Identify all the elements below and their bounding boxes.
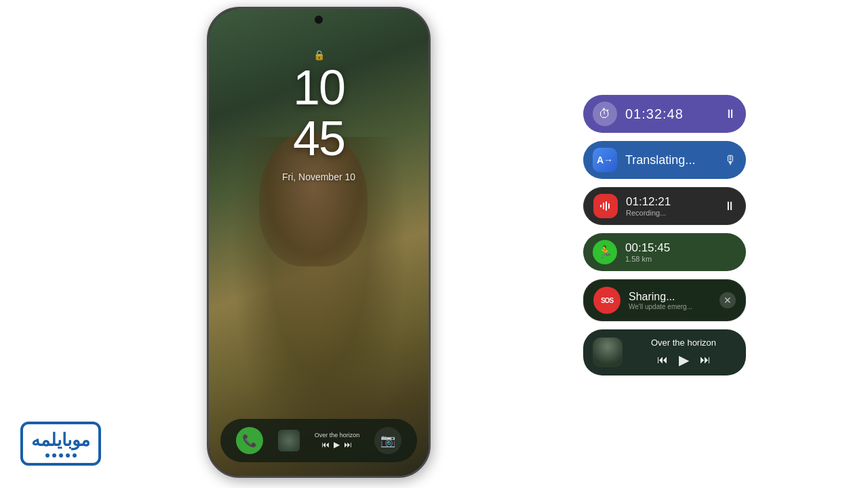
timer-value: 01:32:48: [625, 106, 716, 122]
music-prev-button[interactable]: ⏮: [657, 354, 668, 366]
watermark-dot-2: [52, 453, 56, 458]
phone-hour: 10: [293, 63, 344, 112]
run-info: 00:15:45 1.58 km: [625, 241, 736, 263]
phone-mockup: 🔒 10 45 Fri, November 10 📞 Over the hori…: [207, 7, 431, 478]
recording-pill[interactable]: 01:12:21 Recording... ⏸: [583, 187, 746, 225]
phone-side-button: [429, 97, 431, 138]
sos-subtitle: We'll update emerg...: [629, 303, 711, 310]
recording-info: 01:12:21 Recording...: [626, 195, 715, 217]
phone-date: Fri, November 10: [282, 171, 355, 182]
recording-pause-button[interactable]: ⏸: [724, 199, 736, 214]
svg-rect-1: [603, 203, 604, 209]
svg-rect-0: [600, 205, 601, 207]
watermark-box: موبایلمه: [20, 422, 101, 466]
music-info: Over the horizon ⏮ ▶ ⏭: [631, 338, 736, 368]
timer-pill[interactable]: ⏱ 01:32:48 ⏸: [583, 95, 746, 133]
phone-bottom-bar: 📞 Over the horizon ⏮ ▶ ⏭ 📷: [220, 419, 417, 462]
phone-call-button[interactable]: 📞: [236, 427, 263, 454]
run-icon: 🏃: [593, 240, 617, 264]
timer-pause-button[interactable]: ⏸: [724, 107, 736, 121]
recording-icon: [593, 194, 618, 218]
sos-info: Sharing... We'll update emerg...: [629, 291, 711, 310]
run-pill[interactable]: 🏃 00:15:45 1.58 km: [583, 233, 746, 271]
music-controls[interactable]: ⏮ ▶ ⏭: [657, 352, 711, 368]
waveform-icon: [599, 199, 612, 213]
run-time: 00:15:45: [625, 241, 736, 255]
phone-camera: [315, 16, 323, 24]
music-title: Over the horizon: [651, 338, 716, 348]
phone-camera-button[interactable]: 📷: [374, 427, 401, 454]
svg-rect-2: [606, 201, 607, 211]
watermark-text: موبایلمه: [31, 430, 90, 451]
sos-icon: SOS: [593, 287, 620, 314]
phone-frame: 🔒 10 45 Fri, November 10 📞 Over the hori…: [207, 7, 431, 478]
watermark-dot-1: [45, 453, 50, 458]
music-next-button[interactable]: ⏭: [700, 354, 711, 366]
translate-icon: A→: [593, 148, 617, 172]
translate-mic-button[interactable]: 🎙: [724, 153, 736, 167]
sos-close-button[interactable]: ✕: [719, 292, 736, 308]
watermark-dot-3: [59, 453, 63, 458]
sos-pill[interactable]: SOS Sharing... We'll update emerg... ✕: [583, 279, 746, 321]
translate-pill[interactable]: A→ Translating... 🎙: [583, 141, 746, 179]
phone-music-album-art: [278, 430, 300, 451]
watermark-dot-4: [66, 453, 70, 458]
recording-time: 01:12:21: [626, 195, 715, 209]
phone-screen: 🔒 10 45 Fri, November 10 📞 Over the hori…: [209, 9, 429, 476]
translate-label: Translating...: [625, 153, 716, 167]
music-pill[interactable]: Over the horizon ⏮ ▶ ⏭: [583, 329, 746, 375]
lock-icon: 🔒: [313, 49, 325, 60]
timer-icon: ⏱: [593, 102, 617, 126]
run-distance: 1.58 km: [625, 255, 736, 263]
sos-title: Sharing...: [629, 291, 711, 303]
phone-prev-icon[interactable]: ⏮: [321, 440, 330, 449]
watermark-dot-5: [73, 453, 77, 458]
music-play-button[interactable]: ▶: [679, 352, 689, 368]
notification-pills: ⏱ 01:32:48 ⏸ A→ Translating... 🎙 01:12:2…: [583, 95, 746, 375]
phone-music-controls[interactable]: ⏮ ▶ ⏭: [321, 440, 352, 449]
phone-music-title: Over the horizon: [315, 432, 360, 439]
music-album-art: [593, 338, 623, 367]
phone-minute: 45: [293, 114, 344, 163]
svg-rect-3: [608, 203, 610, 209]
phone-next-icon[interactable]: ⏭: [344, 440, 352, 449]
phone-music-control: Over the horizon ⏮ ▶ ⏭: [315, 432, 360, 449]
watermark: موبایلمه: [20, 422, 129, 476]
recording-status: Recording...: [626, 209, 715, 217]
phone-play-icon[interactable]: ▶: [334, 440, 340, 449]
